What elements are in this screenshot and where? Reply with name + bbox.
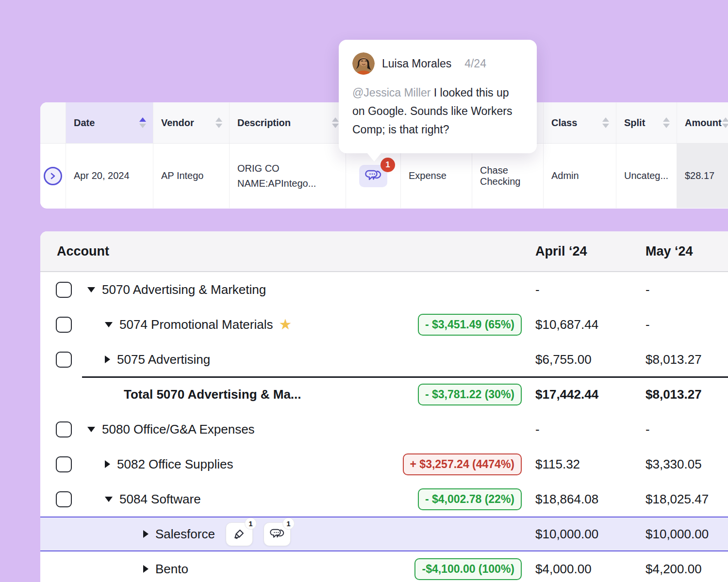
account-label: 5084 Software	[119, 492, 201, 507]
comment-timestamp: 4/24	[464, 57, 486, 70]
row-checkbox[interactable]	[56, 456, 72, 472]
row-checkbox[interactable]	[56, 282, 72, 298]
april-value: $10,687.44	[535, 317, 645, 332]
row-checkbox[interactable]	[56, 421, 72, 437]
may-value: $3,330.05	[645, 457, 728, 472]
avatar-image	[352, 52, 375, 75]
account-label: 5082 Office Supplies	[117, 457, 233, 472]
expand-row-button[interactable]	[44, 167, 62, 185]
account-row-salesforce[interactable]: Salesforce 1 1 $10,000.	[40, 517, 728, 551]
may-value: $10,000.00	[645, 527, 728, 542]
column-header-description[interactable]: Description	[230, 102, 346, 143]
column-label-description: Description	[237, 117, 291, 129]
expand-icon[interactable]	[143, 530, 149, 538]
row-checkbox[interactable]	[56, 352, 72, 368]
account-row-5075[interactable]: 5075 Advertising $6,755.00 $8,013.27	[40, 342, 728, 377]
account-label: 5080 Office/G&A Expenses	[102, 422, 255, 437]
accounts-header-row: Account April ‘24 May ‘24	[40, 231, 728, 272]
april-value: $10,000.00	[535, 527, 645, 542]
variance-badge: - $3,451.49 (65%)	[418, 314, 522, 336]
comment-count-badge: 1	[282, 517, 295, 530]
may-value: -	[645, 422, 728, 437]
account-row-5082[interactable]: 5082 Office Supplies + $3,257.24 (4474%)…	[40, 447, 728, 482]
total-divider	[82, 376, 728, 378]
highlight-button[interactable]: 1	[226, 522, 253, 546]
highlight-count-badge: 1	[245, 517, 257, 530]
accounts-table: Account April ‘24 May ‘24 5070 Advertisi…	[40, 231, 728, 582]
comment-author: Luisa Morales	[382, 57, 451, 70]
description-cell: ORIG CO NAME:APIntego...	[230, 144, 346, 208]
may-value: -	[645, 282, 728, 297]
date-cell: Apr 20, 2024	[66, 144, 153, 208]
mention-tag: @Jessica Miller	[352, 86, 430, 99]
may-value: $8,013.27	[645, 352, 728, 367]
account-row-5074[interactable]: 5074 Promotional Materials ★ - $3,451.49…	[40, 307, 728, 342]
total-label: Total 5070 Advertising & Ma...	[124, 387, 301, 402]
sort-icon[interactable]	[215, 117, 222, 128]
column-header-april: April ‘24	[535, 244, 645, 259]
chat-bubbles-icon	[365, 169, 381, 183]
april-value: $6,755.00	[535, 352, 645, 367]
account-label: 5075 Advertising	[117, 352, 210, 367]
column-label-vendor: Vendor	[161, 117, 194, 129]
collapse-icon[interactable]	[87, 287, 95, 292]
april-value: $17,442.44	[535, 387, 645, 402]
column-header-amount[interactable]: Amount	[677, 102, 728, 143]
april-value: -	[535, 282, 645, 297]
comment-thread-button[interactable]: 1	[359, 165, 387, 187]
april-value: -	[535, 422, 645, 437]
expand-icon[interactable]	[143, 565, 149, 573]
column-label-split: Split	[624, 117, 645, 129]
row-checkbox[interactable]	[56, 491, 72, 507]
may-value: $18,025.47	[645, 492, 728, 507]
comment-text: @Jessica Miller I looked this up on Goog…	[352, 83, 523, 139]
account-row-5070[interactable]: 5070 Advertising & Marketing - -	[40, 272, 728, 307]
column-label-class: Class	[551, 117, 577, 129]
avatar	[352, 52, 375, 75]
unread-count-badge: 1	[381, 158, 395, 172]
class-cell: Admin	[544, 144, 616, 208]
popover-tail	[367, 153, 381, 162]
account-row-bento[interactable]: Bento -$4,100.00 (100%) $4,000.00 $4,200…	[40, 551, 728, 582]
column-header-date[interactable]: Date	[66, 102, 153, 143]
expand-cell	[40, 144, 66, 208]
april-value: $4,000.00	[535, 562, 645, 577]
variance-badge: - $3,781.22 (30%)	[418, 384, 522, 405]
account-row-5084[interactable]: 5084 Software - $4,002.78 (22%) $18,864.…	[40, 482, 728, 517]
expand-icon[interactable]	[105, 460, 110, 468]
account-label: 5070 Advertising & Marketing	[102, 282, 266, 297]
april-value: $115.32	[535, 457, 645, 472]
column-label-amount: Amount	[685, 117, 722, 129]
expand-icon[interactable]	[105, 356, 110, 363]
chat-bubbles-icon	[270, 528, 284, 541]
sort-icon[interactable]	[722, 117, 728, 128]
account-label: Bento	[155, 562, 188, 577]
highlighter-icon	[232, 527, 246, 541]
may-value: $4,200.00	[645, 562, 728, 577]
column-header-account: Account	[40, 244, 535, 259]
comment-header: Luisa Morales 4/24	[352, 52, 523, 75]
favorite-star-icon[interactable]: ★	[279, 317, 292, 332]
sort-icon[interactable]	[139, 117, 146, 128]
comment-popover: Luisa Morales 4/24 @Jessica Miller I loo…	[339, 40, 537, 153]
account-label: Salesforce	[155, 527, 215, 542]
sort-icon[interactable]	[663, 117, 670, 128]
comment-button[interactable]: 1	[264, 522, 291, 546]
row-checkbox[interactable]	[56, 317, 72, 333]
column-header-class[interactable]: Class	[544, 102, 616, 143]
sort-icon[interactable]	[332, 117, 339, 128]
collapse-icon[interactable]	[105, 322, 113, 327]
vendor-cell: AP Intego	[153, 144, 230, 208]
collapse-icon[interactable]	[105, 497, 113, 502]
account-label: 5074 Promotional Materials	[119, 317, 273, 332]
collapse-icon[interactable]	[87, 427, 95, 432]
expand-column-header	[40, 102, 66, 143]
april-value: $18,864.08	[535, 492, 645, 507]
column-header-split[interactable]: Split	[616, 102, 677, 143]
column-header-vendor[interactable]: Vendor	[153, 102, 230, 143]
variance-badge: -$4,100.00 (100%)	[414, 558, 522, 580]
variance-badge: + $3,257.24 (4474%)	[403, 453, 522, 475]
account-row-5080[interactable]: 5080 Office/G&A Expenses - -	[40, 412, 728, 447]
column-label-date: Date	[74, 117, 95, 129]
sort-icon[interactable]	[602, 117, 609, 128]
